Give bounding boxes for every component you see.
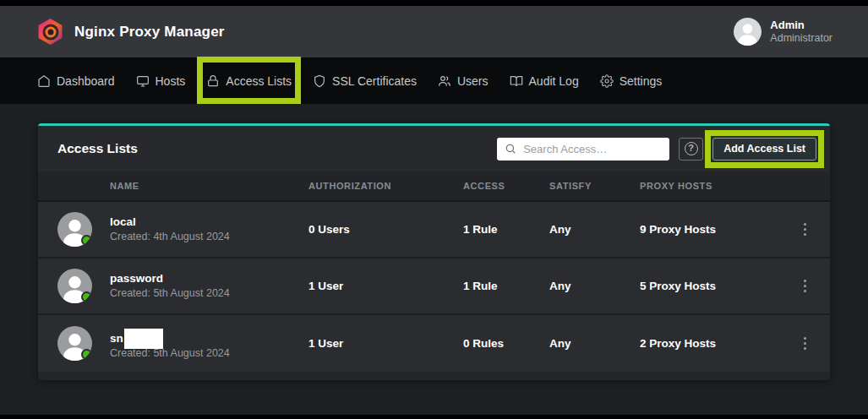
- lock-icon: [206, 74, 220, 88]
- access-list-name[interactable]: password: [110, 272, 163, 285]
- help-button[interactable]: ?: [679, 138, 703, 161]
- nav-item-label: Access Lists: [226, 74, 292, 88]
- nav-item-label: Users: [457, 74, 489, 88]
- nav-item-dashboard[interactable]: Dashboard: [37, 74, 115, 88]
- access-list-avatar: [57, 212, 92, 247]
- actions-cell: [782, 218, 830, 241]
- gear-icon: [600, 74, 614, 88]
- proxy-hosts-value: 2 Proxy Hosts: [640, 337, 782, 350]
- nav-item-label: SSL Certificates: [332, 74, 417, 88]
- main-nav: Dashboard Hosts Access Lists SSL Certifi…: [0, 57, 868, 104]
- column-header-access: ACCESS: [463, 181, 549, 191]
- access-list-avatar: [57, 269, 92, 303]
- column-header-name: NAME: [110, 181, 308, 191]
- access-list-name[interactable]: local: [110, 215, 136, 228]
- access-list-avatar: [57, 326, 92, 361]
- access-value: 1 Rule: [463, 280, 549, 292]
- nav-item-access-lists[interactable]: Access Lists: [206, 74, 292, 88]
- panel-header-actions: ? Add Access List: [497, 138, 816, 161]
- column-header-authorization: AUTHORIZATION: [308, 181, 463, 191]
- screen: { "app": { "title": "Nginx Proxy Manager…: [0, 0, 868, 419]
- user-name: Admin: [770, 19, 833, 32]
- app-title: Nginx Proxy Manager: [74, 24, 225, 41]
- avatar-cell: [38, 326, 110, 361]
- nav-item-label: Dashboard: [57, 74, 115, 88]
- authorization-value: 0 Users: [308, 223, 463, 236]
- authorization-value: 1 User: [308, 337, 463, 350]
- kebab-menu-icon: [804, 337, 806, 340]
- nav-item-label: Settings: [620, 74, 663, 88]
- nav-item-label: Audit Log: [529, 74, 579, 88]
- name-cell: local Created: 4th August 2024: [110, 215, 308, 244]
- search-access-input[interactable]: [523, 143, 662, 155]
- app-logo-icon: [37, 19, 63, 45]
- user-meta: Admin Administrator: [770, 19, 833, 45]
- nav-item-settings[interactable]: Settings: [600, 74, 663, 88]
- nav-item-users[interactable]: Users: [438, 74, 489, 88]
- app-window: Nginx Proxy Manager Admin Administrator …: [0, 6, 868, 415]
- column-header-satisfy: SATISFY: [549, 181, 640, 191]
- table-row[interactable]: password Created: 5th August 2024 1 User…: [38, 258, 830, 315]
- table-row[interactable]: local Created: 4th August 2024 0 Users 1…: [38, 202, 830, 258]
- satisfy-value: Any: [549, 280, 640, 292]
- authorization-value: 1 User: [308, 280, 463, 292]
- created-date: Created: 5th August 2024: [110, 286, 308, 301]
- access-lists-panel: Access Lists ? Add Access List: [38, 123, 830, 380]
- row-actions-menu-button[interactable]: [797, 275, 813, 297]
- kebab-menu-icon: [804, 280, 806, 282]
- avatar-cell: [38, 212, 110, 247]
- shield-icon: [313, 74, 326, 88]
- add-access-list-button[interactable]: Add Access List: [712, 138, 816, 161]
- avatar-cell: [38, 269, 110, 303]
- panel-title: Access Lists: [57, 141, 138, 156]
- actions-cell: [782, 332, 830, 355]
- brand[interactable]: Nginx Proxy Manager: [37, 19, 225, 45]
- created-date: Created: 4th August 2024: [110, 230, 308, 244]
- kebab-menu-icon: [804, 223, 806, 226]
- user-menu[interactable]: Admin Administrator: [734, 18, 833, 46]
- user-avatar: [734, 18, 762, 46]
- status-dot-online: [81, 291, 92, 302]
- users-icon: [438, 74, 451, 88]
- proxy-hosts-value: 9 Proxy Hosts: [640, 223, 782, 236]
- access-list-name[interactable]: sn: [110, 332, 123, 345]
- book-icon: [510, 74, 523, 88]
- person-icon: [734, 18, 762, 46]
- panel-header: Access Lists ? Add Access List: [38, 126, 830, 171]
- table-row[interactable]: sn Created: 5th August 2024 1 User 0 Rul…: [38, 315, 830, 372]
- actions-cell: [782, 275, 830, 297]
- question-mark-icon: ?: [685, 142, 698, 155]
- access-value: 1 Rule: [463, 223, 549, 236]
- name-cell: password Created: 5th August 2024: [110, 271, 308, 301]
- nav-item-hosts[interactable]: Hosts: [136, 74, 186, 88]
- content-area: Access Lists ? Add Access List: [0, 104, 868, 415]
- column-header-proxy-hosts: PROXY HOSTS: [640, 181, 782, 191]
- table-body: local Created: 4th August 2024 0 Users 1…: [38, 202, 830, 372]
- top-bar: Nginx Proxy Manager Admin Administrator: [0, 6, 868, 57]
- proxy-hosts-value: 5 Proxy Hosts: [640, 280, 782, 292]
- nav-item-label: Hosts: [156, 74, 186, 88]
- satisfy-value: Any: [549, 337, 640, 350]
- monitor-icon: [136, 74, 150, 88]
- access-value: 0 Rules: [463, 337, 549, 350]
- search-icon: [505, 143, 516, 155]
- row-actions-menu-button[interactable]: [797, 332, 813, 355]
- user-role: Administrator: [770, 32, 833, 45]
- nav-item-ssl-certificates[interactable]: SSL Certificates: [313, 74, 417, 88]
- row-actions-menu-button[interactable]: [797, 218, 813, 241]
- table-header-row: NAME AUTHORIZATION ACCESS SATISFY PROXY …: [38, 171, 830, 202]
- home-icon: [37, 74, 51, 88]
- name-cell: sn Created: 5th August 2024: [110, 326, 308, 361]
- redaction-box: [124, 329, 163, 349]
- satisfy-value: Any: [549, 223, 640, 236]
- status-dot-online: [81, 349, 92, 360]
- nav-item-audit-log[interactable]: Audit Log: [510, 74, 579, 88]
- status-dot-online: [81, 235, 92, 246]
- search-box: [497, 138, 669, 161]
